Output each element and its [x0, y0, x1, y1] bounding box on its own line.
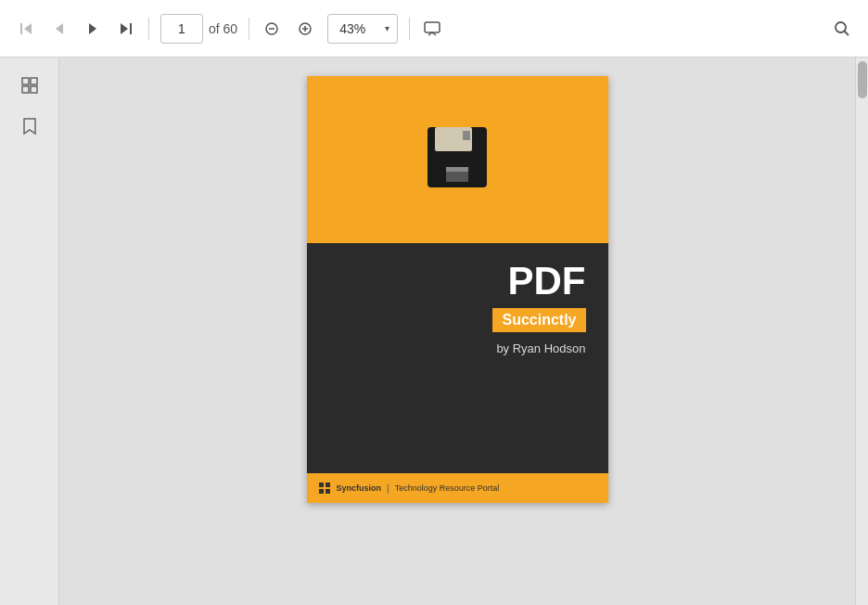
pdf-page: PDF Succinctly by Ryan Hodson Syncfusion… [307, 76, 608, 503]
svg-rect-22 [463, 131, 470, 140]
last-page-button[interactable] [111, 14, 141, 44]
page-number-input[interactable] [160, 14, 203, 44]
svg-rect-11 [425, 22, 440, 32]
zoom-dropdown-button[interactable]: ▾ [377, 15, 397, 43]
svg-rect-21 [446, 167, 468, 172]
svg-rect-26 [326, 489, 330, 494]
separator-3 [409, 18, 410, 40]
svg-rect-25 [319, 489, 324, 494]
svg-rect-16 [22, 86, 29, 93]
svg-marker-5 [121, 23, 128, 34]
publisher-logo-icon [318, 482, 331, 495]
svg-point-12 [836, 22, 846, 32]
main-content: PDF Succinctly by Ryan Hodson Syncfusion… [0, 58, 868, 605]
cover-top [307, 76, 608, 243]
next-page-button[interactable] [78, 14, 108, 44]
svg-rect-15 [31, 78, 37, 84]
prev-page-button[interactable] [45, 14, 74, 44]
svg-marker-3 [89, 23, 96, 34]
toolbar: of 60 ▾ [0, 0, 868, 58]
separator-2 [249, 18, 249, 40]
svg-rect-4 [130, 23, 132, 34]
book-subtitle: Succinctly [492, 308, 585, 332]
footer-tagline: Technology Resource Portal [395, 483, 500, 493]
zoom-out-button[interactable] [257, 14, 287, 44]
comment-button[interactable] [417, 14, 447, 44]
floppy-disk-icon [420, 122, 494, 197]
svg-rect-17 [31, 86, 37, 93]
footer-separator: | [387, 483, 389, 494]
svg-rect-24 [326, 483, 330, 487]
zoom-group: ▾ [327, 14, 398, 44]
scrollbar-track[interactable] [855, 58, 868, 605]
page-input-group: of 60 [160, 14, 237, 44]
sidebar [0, 58, 59, 605]
svg-rect-0 [20, 23, 22, 34]
pdf-viewer: PDF Succinctly by Ryan Hodson Syncfusion… [59, 58, 855, 605]
publisher-name: Syncfusion [337, 483, 382, 493]
bookmarks-button[interactable] [13, 109, 46, 143]
zoom-in-button[interactable] [290, 14, 320, 44]
scrollbar-thumb[interactable] [858, 61, 867, 98]
cover-footer: Syncfusion | Technology Resource Portal [307, 473, 608, 503]
separator-1 [148, 18, 149, 40]
page-total-label: of 60 [209, 21, 237, 36]
zoom-input[interactable] [328, 15, 377, 43]
svg-rect-14 [22, 78, 29, 84]
svg-marker-1 [24, 23, 32, 34]
cover-bottom: PDF Succinctly by Ryan Hodson [307, 243, 608, 473]
search-button[interactable] [827, 14, 857, 44]
first-page-button[interactable] [11, 14, 41, 44]
svg-rect-23 [319, 483, 324, 487]
book-title: PDF [508, 262, 586, 301]
thumbnails-button[interactable] [13, 69, 46, 102]
svg-line-13 [845, 31, 849, 35]
book-author: by Ryan Hodson [496, 341, 585, 355]
svg-marker-2 [56, 23, 63, 34]
